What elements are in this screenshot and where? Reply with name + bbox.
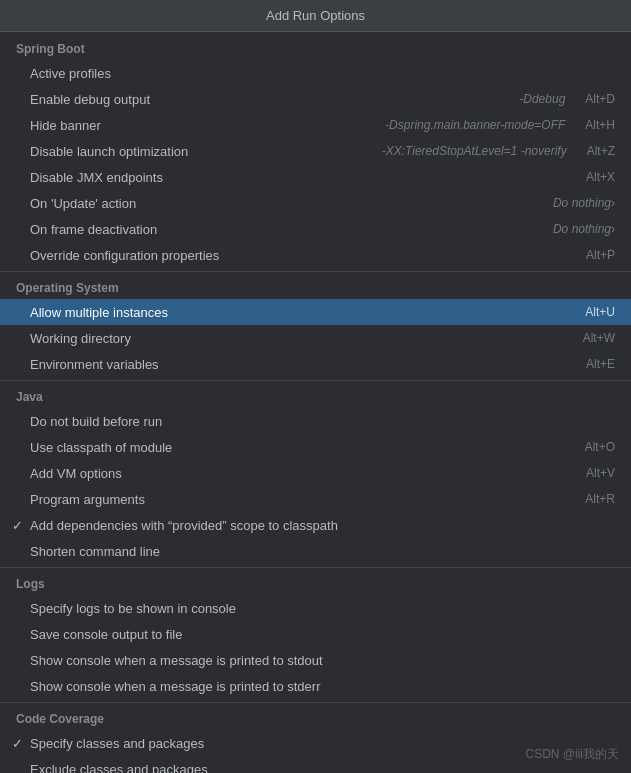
item-hint-enable-debug-output: -Ddebug	[519, 92, 565, 106]
menu-item-disable-jmx-endpoints[interactable]: Disable JMX endpointsAlt+X	[0, 164, 631, 190]
item-label-program-arguments: Program arguments	[30, 492, 565, 507]
item-shortcut-working-directory: Alt+W	[563, 331, 615, 345]
menu-item-enable-debug-output[interactable]: Enable debug output-DdebugAlt+D	[0, 86, 631, 112]
dialog-title: Add Run Options	[266, 8, 365, 23]
menu-item-do-not-build-before-run[interactable]: Do not build before run	[0, 408, 631, 434]
item-label-disable-jmx-endpoints: Disable JMX endpoints	[30, 170, 566, 185]
item-hint-on-frame-deactivation: Do nothing	[553, 222, 611, 236]
menu-item-add-dependencies-provided[interactable]: ✓Add dependencies with “provided” scope …	[0, 512, 631, 538]
menu-item-allow-multiple-instances[interactable]: Allow multiple instancesAlt+U	[0, 299, 631, 325]
menu-item-active-profiles[interactable]: Active profiles	[0, 60, 631, 86]
item-label-do-not-build-before-run: Do not build before run	[30, 414, 615, 429]
item-label-exclude-classes-packages: Exclude classes and packages	[30, 762, 615, 774]
item-shortcut-environment-variables: Alt+E	[566, 357, 615, 371]
item-shortcut-use-classpath-of-module: Alt+O	[565, 440, 615, 454]
section-header-java: Java	[0, 384, 631, 408]
menu-item-working-directory[interactable]: Working directoryAlt+W	[0, 325, 631, 351]
item-label-use-classpath-of-module: Use classpath of module	[30, 440, 565, 455]
menu-item-on-update-action[interactable]: On 'Update' actionDo nothing›	[0, 190, 631, 216]
item-label-hide-banner: Hide banner	[30, 118, 379, 133]
menu-item-specify-logs-console[interactable]: Specify logs to be shown in console	[0, 595, 631, 621]
section-header-logs: Logs	[0, 571, 631, 595]
checkmark-icon: ✓	[12, 518, 23, 533]
item-shortcut-disable-launch-optimization: Alt+Z	[567, 144, 615, 158]
menu-item-add-vm-options[interactable]: Add VM optionsAlt+V	[0, 460, 631, 486]
item-label-specify-logs-console: Specify logs to be shown in console	[30, 601, 615, 616]
menu-item-save-console-output[interactable]: Save console output to file	[0, 621, 631, 647]
section-header-operating-system: Operating System	[0, 275, 631, 299]
menu-item-show-console-stdout[interactable]: Show console when a message is printed t…	[0, 647, 631, 673]
menu-item-disable-launch-optimization[interactable]: Disable launch optimization-XX:TieredSto…	[0, 138, 631, 164]
item-label-add-dependencies-provided: Add dependencies with “provided” scope t…	[30, 518, 615, 533]
item-shortcut-override-configuration-properties: Alt+P	[566, 248, 615, 262]
menu-item-hide-banner[interactable]: Hide banner-Dspring.main.banner-mode=OFF…	[0, 112, 631, 138]
dialog: Add Run Options Spring BootActive profil…	[0, 0, 631, 773]
item-label-enable-debug-output: Enable debug output	[30, 92, 513, 107]
item-shortcut-hide-banner: Alt+H	[565, 118, 615, 132]
item-label-on-frame-deactivation: On frame deactivation	[30, 222, 547, 237]
section-header-code-coverage: Code Coverage	[0, 706, 631, 730]
menu-item-use-classpath-of-module[interactable]: Use classpath of moduleAlt+O	[0, 434, 631, 460]
item-label-save-console-output: Save console output to file	[30, 627, 615, 642]
chevron-right-icon: ›	[611, 222, 615, 236]
item-label-shorten-command-line: Shorten command line	[30, 544, 615, 559]
item-hint-disable-launch-optimization: -XX:TieredStopAtLevel=1 -noverify	[382, 144, 567, 158]
section-separator	[0, 567, 631, 568]
watermark: CSDN @iii我的天	[525, 746, 619, 763]
menu-item-shorten-command-line[interactable]: Shorten command line	[0, 538, 631, 564]
item-label-show-console-stdout: Show console when a message is printed t…	[30, 653, 615, 668]
item-hint-hide-banner: -Dspring.main.banner-mode=OFF	[385, 118, 565, 132]
menu-item-override-configuration-properties[interactable]: Override configuration propertiesAlt+P	[0, 242, 631, 268]
item-shortcut-add-vm-options: Alt+V	[566, 466, 615, 480]
title-bar: Add Run Options	[0, 0, 631, 32]
item-label-working-directory: Working directory	[30, 331, 563, 346]
menu-item-show-console-stderr[interactable]: Show console when a message is printed t…	[0, 673, 631, 699]
item-label-active-profiles: Active profiles	[30, 66, 615, 81]
item-hint-on-update-action: Do nothing	[553, 196, 611, 210]
menu-item-program-arguments[interactable]: Program argumentsAlt+R	[0, 486, 631, 512]
section-separator	[0, 271, 631, 272]
menu-item-on-frame-deactivation[interactable]: On frame deactivationDo nothing›	[0, 216, 631, 242]
menu-list[interactable]: Spring BootActive profilesEnable debug o…	[0, 32, 631, 773]
item-label-environment-variables: Environment variables	[30, 357, 566, 372]
chevron-right-icon: ›	[611, 196, 615, 210]
menu-item-environment-variables[interactable]: Environment variablesAlt+E	[0, 351, 631, 377]
item-label-allow-multiple-instances: Allow multiple instances	[30, 305, 565, 320]
item-shortcut-allow-multiple-instances: Alt+U	[565, 305, 615, 319]
item-label-disable-launch-optimization: Disable launch optimization	[30, 144, 376, 159]
item-label-show-console-stderr: Show console when a message is printed t…	[30, 679, 615, 694]
item-label-override-configuration-properties: Override configuration properties	[30, 248, 566, 263]
section-separator	[0, 380, 631, 381]
item-shortcut-disable-jmx-endpoints: Alt+X	[566, 170, 615, 184]
section-separator	[0, 702, 631, 703]
checkmark-icon: ✓	[12, 736, 23, 751]
item-label-add-vm-options: Add VM options	[30, 466, 566, 481]
item-label-on-update-action: On 'Update' action	[30, 196, 547, 211]
item-shortcut-enable-debug-output: Alt+D	[565, 92, 615, 106]
section-header-spring-boot: Spring Boot	[0, 36, 631, 60]
item-shortcut-program-arguments: Alt+R	[565, 492, 615, 506]
